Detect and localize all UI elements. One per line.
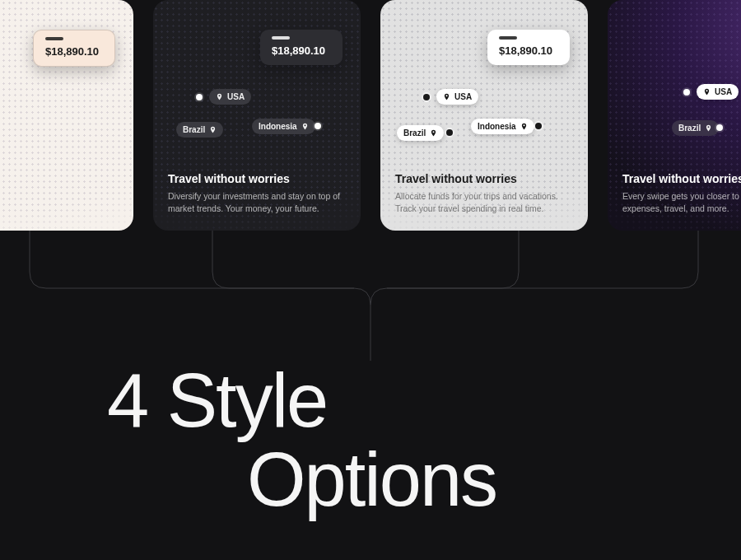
map-dot [716, 124, 723, 131]
card-desc: Allocate funds for your trips and vacati… [395, 190, 573, 217]
pin-icon [430, 129, 437, 137]
country-chip-usa: USA [697, 84, 739, 100]
country-chip-brazil: Brazil [672, 120, 719, 136]
map-dot [315, 123, 321, 129]
headline-line1: 4 Style [107, 362, 741, 438]
pin-icon [216, 93, 223, 100]
balance-badge: $18,890.10 [33, 30, 115, 67]
balance-value: $18,890.10 [499, 44, 552, 57]
map-dot [423, 94, 430, 100]
card-title: Travel without worries [395, 172, 573, 185]
balance-badge: $18,890.10 [260, 30, 343, 65]
country-chip-brazil: Brazil [397, 125, 444, 141]
map-dot [446, 129, 453, 136]
pin-icon [443, 93, 450, 100]
map-dot [196, 94, 203, 100]
card-title: Travel without worries [168, 172, 346, 185]
country-chip-usa: USA [209, 89, 251, 105]
country-chip-indonesia: Indonesia [471, 119, 534, 134]
connector-lines [0, 231, 741, 362]
pin-icon [301, 123, 309, 130]
pin-icon [703, 88, 711, 96]
pin-icon [520, 123, 528, 130]
card-title: Travel without worries [622, 172, 741, 185]
headline: 4 Style Options [0, 362, 741, 517]
style-card-light: $18,890.10 Indonesia on [0, 0, 133, 231]
card-desc: Every swipe gets you closer to rewards, … [622, 190, 741, 217]
map-dot [683, 89, 690, 96]
style-card-dark: $18,890.10 USA Brazil Indonesia Travel w… [153, 0, 361, 231]
pin-icon [705, 124, 712, 132]
style-card-purple: USA Brazil Travel without worries Every … [608, 0, 741, 231]
card-text: on [0, 203, 119, 216]
cards-row: $18,890.10 Indonesia on $18,890.10 USA B… [0, 0, 741, 231]
card-desc: Diversify your investments and stay on t… [168, 190, 346, 217]
balance-badge: $18,890.10 [487, 30, 570, 65]
country-chip-usa: USA [436, 89, 478, 105]
balance-value: $18,890.10 [45, 45, 99, 58]
country-chip-brazil: Brazil [176, 122, 223, 138]
map-dot [535, 123, 542, 129]
balance-value: $18,890.10 [272, 44, 325, 57]
headline-line2: Options [247, 441, 741, 517]
card-text: Travel without worries Diversify your in… [168, 172, 346, 217]
card-text: Travel without worries Allocate funds fo… [395, 172, 573, 217]
card-desc: on [0, 203, 119, 216]
card-text: Travel without worries Every swipe gets … [622, 172, 741, 217]
country-chip-indonesia: Indonesia [252, 119, 315, 134]
style-card-grey: $18,890.10 USA Brazil Indonesia Travel w… [380, 0, 588, 231]
pin-icon [209, 126, 217, 133]
